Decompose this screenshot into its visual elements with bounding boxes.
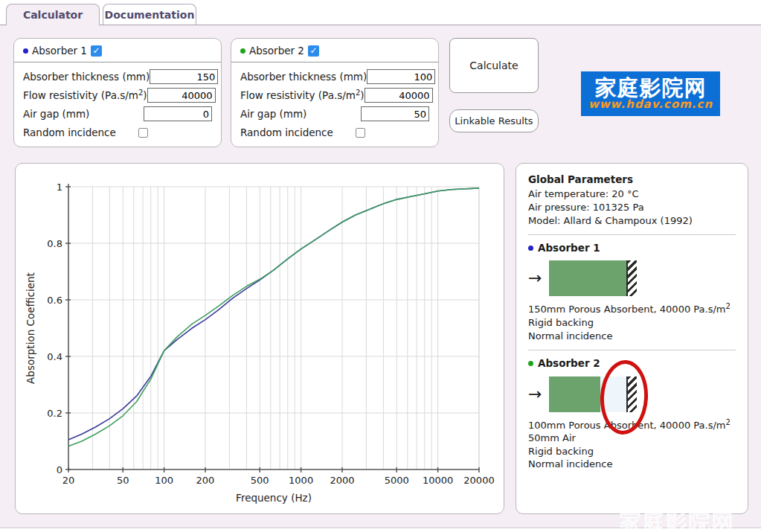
absorber-2-incidence: Normal incidence (528, 458, 736, 471)
absorber-1-thickness-label: Absorber thickness (mm) (23, 71, 150, 83)
absorber-2-flow-label: Flow resistivity (Pa.s/m2) (240, 89, 365, 101)
y-tick-label: 0.8 (47, 238, 62, 249)
absorber-2-airgap-label: Air gap (mm) (240, 108, 306, 120)
x-tick-label: 500 (251, 475, 269, 486)
y-tick-label: 0.4 (47, 351, 62, 362)
absorber-2-air: 50mm Air (528, 432, 736, 445)
x-tick-label: 20000 (463, 475, 494, 486)
result-absorber-1-title: Absorber 1 (538, 242, 600, 254)
absorber-2-random-checkbox[interactable] (356, 128, 365, 138)
absorber-1-enabled-checkbox[interactable] (91, 45, 102, 57)
absorber-1-flow-label: Flow resistivity (Pa.s/m2) (23, 89, 147, 101)
x-tick-label: 20 (62, 475, 75, 486)
tab-bar: Calculator Documentation (0, 0, 761, 25)
calculate-button[interactable]: Calculate (449, 38, 539, 93)
absorber-2-title: Absorber 2 (249, 45, 304, 57)
y-tick-label: 0.2 (47, 408, 62, 419)
absorber-1-diagram: → (528, 260, 736, 296)
absorber-2-airgap-input[interactable] (361, 106, 429, 121)
linkable-results-button[interactable]: Linkable Results (449, 109, 539, 132)
x-axis-title: Frequency (Hz) (236, 492, 312, 504)
absorber-2-header: Absorber 2 (231, 39, 438, 63)
absorber-2-thickness-label: Absorber thickness (mm) (240, 71, 367, 83)
hdav-watermark-title: 家庭影院网 (595, 77, 707, 99)
calculator-page: Absorber 1 Absorber thickness (mm) Flow … (0, 25, 761, 528)
x-tick-label: 50 (117, 475, 129, 486)
model-value: Model: Allard & Champoux (1992) (528, 215, 736, 228)
app-window: Calculator Documentation Absorber 1 Abso… (0, 0, 761, 532)
result-absorber-1-bullet-icon (528, 246, 533, 251)
result-absorber-2-title: Absorber 2 (538, 357, 600, 370)
results-panel: Global Parameters Air temperature: 20 °C… (516, 163, 748, 514)
hdav-watermark-banner: 家庭影院网 www.hdav.com.cn (581, 71, 720, 116)
divider (528, 350, 736, 350)
absorber-1-bullet-icon (23, 48, 28, 54)
absorption-chart: 2050100200500100020005000100002000000.20… (16, 164, 504, 513)
x-tick-label: 2000 (330, 475, 354, 486)
absorber-1-random-checkbox[interactable] (138, 128, 148, 138)
absorber-1-title: Absorber 1 (32, 45, 87, 57)
result-absorber-2-bullet-icon (528, 361, 533, 366)
divider (528, 234, 736, 235)
absorber-2-enabled-checkbox[interactable] (308, 45, 319, 57)
absorber-1-panel: Absorber 1 Absorber thickness (mm) Flow … (13, 38, 222, 147)
absorber-1-airgap-label: Air gap (mm) (23, 108, 89, 120)
y-axis-title: Absorption Coefficient (25, 272, 36, 384)
x-tick-label: 1000 (289, 475, 313, 486)
absorber-1-flow-input[interactable] (147, 88, 216, 103)
x-tick-label: 10000 (423, 475, 453, 486)
y-tick-label: 0.6 (47, 295, 62, 306)
air-pressure-value: Air pressure: 101325 Pa (528, 202, 736, 214)
absorber-1-description: 150mm Porous Absorbent, 40000 Pa.s/m2 (528, 304, 736, 316)
absorber-1-backing: Rigid backing (528, 317, 736, 330)
tab-documentation[interactable]: Documentation (103, 4, 196, 25)
absorber-2-diagram: → (528, 376, 736, 412)
absorber-1-random-label: Random incidence (23, 126, 116, 138)
absorber-2-thickness-input[interactable] (367, 69, 435, 84)
absorber-2-flow-input[interactable] (365, 88, 433, 103)
y-tick-label: 0 (57, 464, 62, 475)
curve-absorber-2 (68, 188, 479, 446)
absorber-2-panel: Absorber 2 Absorber thickness (mm) Flow … (231, 38, 439, 147)
absorber-2-bullet-icon (240, 48, 245, 54)
absorption-chart-panel: 2050100200500100020005000100002000000.20… (15, 163, 504, 514)
absorber-1-porous-layer (549, 260, 626, 296)
curve-absorber-1 (68, 188, 479, 440)
absorber-2-porous-layer (549, 376, 600, 412)
incidence-arrow-icon: → (528, 270, 546, 286)
air-temperature-value: Air temperature: 20 °C (528, 188, 736, 201)
global-parameters-title: Global Parameters (528, 173, 736, 186)
rigid-backing-hatch-icon (626, 260, 637, 296)
absorber-1-thickness-input[interactable] (150, 69, 218, 84)
y-tick-label: 1 (57, 182, 62, 193)
absorber-2-random-label: Random incidence (240, 126, 333, 138)
x-tick-label: 100 (155, 475, 173, 486)
x-tick-label: 200 (196, 475, 215, 486)
absorber-1-incidence: Normal incidence (528, 330, 736, 343)
hdav-watermark-url: www.hdav.com.cn (588, 99, 713, 111)
tab-calculator[interactable]: Calculator (6, 4, 100, 25)
absorber-1-airgap-input[interactable] (144, 106, 212, 121)
x-tick-label: 5000 (385, 475, 409, 486)
absorber-2-backing: Rigid backing (528, 446, 736, 458)
absorber-1-header: Absorber 1 (14, 39, 221, 63)
incidence-arrow-icon: → (528, 386, 546, 403)
